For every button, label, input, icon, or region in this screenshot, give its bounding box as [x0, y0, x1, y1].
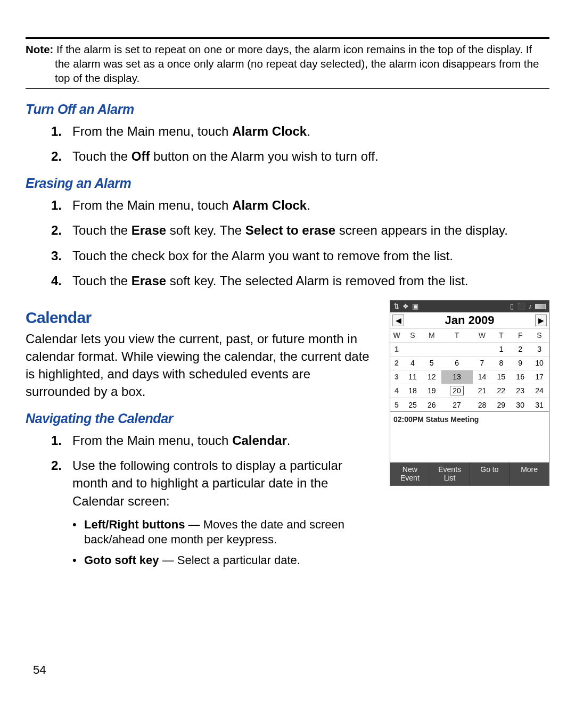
event-text: 02:00PM Status Meeting [390, 411, 549, 462]
signal-icon: ⇅ [393, 302, 399, 310]
calendar-day[interactable]: 25 [403, 398, 422, 411]
calendar-day[interactable]: 31 [530, 398, 549, 411]
note-label: Note: [26, 43, 53, 55]
softkey-events-list[interactable]: EventsList [430, 462, 470, 485]
calendar-day [403, 342, 422, 356]
calendar-day[interactable]: 26 [422, 398, 441, 411]
calendar-day[interactable]: 29 [491, 398, 511, 411]
day-header: W [473, 328, 492, 342]
day-header: T [491, 328, 511, 342]
step: Use the following controls to display a … [26, 457, 375, 509]
day-header: T [441, 328, 473, 342]
step: Touch the Erase soft key. The selected A… [26, 272, 549, 289]
day-header: M [422, 328, 441, 342]
status-icon: ❖ [402, 302, 409, 310]
calendar-day[interactable]: 16 [511, 370, 530, 384]
calendar-day[interactable]: 30 [511, 398, 530, 411]
status-icon: ▯ [510, 302, 514, 310]
status-icon: ▣ [412, 302, 418, 310]
calendar-day[interactable]: 24 [530, 384, 549, 398]
calendar-day[interactable]: 19 [422, 384, 441, 398]
turn-off-steps: From the Main menu, touch Alarm Clock. T… [26, 122, 549, 165]
calendar-day[interactable]: 14 [473, 370, 492, 384]
calendar-day[interactable]: 9 [511, 356, 530, 370]
navigating-steps: From the Main menu, touch Calendar. Use … [26, 432, 375, 509]
next-month-button[interactable]: ▶ [535, 315, 547, 326]
calendar-day[interactable]: 12 [422, 370, 441, 384]
day-header: S [530, 328, 549, 342]
calendar-day[interactable]: 15 [491, 370, 511, 384]
calendar-day [422, 342, 441, 356]
battery-icon [535, 304, 546, 309]
sound-icon: ♪ [529, 302, 532, 310]
week-number: 2 [390, 356, 403, 370]
step: Touch the check box for the Alarm you wa… [26, 247, 549, 264]
calendar-day[interactable]: 27 [441, 398, 473, 411]
day-header: S [403, 328, 422, 342]
step: From the Main menu, touch Alarm Clock. [26, 122, 549, 140]
prev-month-button[interactable]: ◀ [392, 315, 404, 326]
week-number: 4 [390, 384, 403, 398]
note-block: Note: If the alarm is set to repeat on o… [26, 42, 549, 85]
calendar-grid: WSMTWTFS 1123245678910311121314151617418… [390, 328, 549, 412]
bullet: • Left/Right buttons — Moves the date an… [26, 517, 375, 548]
calendar-day[interactable]: 7 [473, 356, 492, 370]
erasing-steps: From the Main menu, touch Alarm Clock. T… [26, 196, 549, 289]
heading-calendar: Calendar [26, 309, 375, 327]
calendar-day[interactable]: 10 [530, 356, 549, 370]
day-header: F [511, 328, 530, 342]
calendar-day[interactable]: 8 [491, 356, 511, 370]
navigating-bullets: • Left/Right buttons — Moves the date an… [26, 517, 375, 568]
step: From the Main menu, touch Calendar. [26, 432, 375, 449]
softkey-new-event[interactable]: NewEvent [390, 462, 430, 485]
calendar-day [441, 342, 473, 356]
page-number: 54 [33, 663, 46, 677]
calendar-day[interactable]: 22 [491, 384, 511, 398]
week-number: 1 [390, 342, 403, 356]
calendar-screenshot: ⇅ ❖ ▣ ▯ ⬛ ♪ ◀ Jan 2009 ▶ WSMTWTFS 112324… [390, 300, 549, 486]
calendar-day[interactable]: 1 [491, 342, 511, 356]
heading-navigating-calendar: Navigating the Calendar [26, 411, 375, 426]
calendar-day[interactable]: 20 [441, 384, 473, 398]
calendar-day[interactable]: 6 [441, 356, 473, 370]
heading-erasing-alarm: Erasing an Alarm [26, 176, 549, 191]
step: From the Main menu, touch Alarm Clock. [26, 196, 549, 214]
calendar-intro: Calendar lets you view the current, past… [26, 330, 375, 400]
softkey-go-to[interactable]: Go to [470, 462, 510, 485]
calendar-day[interactable]: 28 [473, 398, 492, 411]
calendar-day[interactable]: 13 [441, 370, 473, 384]
step: Touch the Erase soft key. The Select to … [26, 221, 549, 239]
week-number: 5 [390, 398, 403, 411]
calendar-day[interactable]: 3 [530, 342, 549, 356]
bullet-icon: • [72, 553, 77, 568]
calendar-day[interactable]: 23 [511, 384, 530, 398]
step: Touch the Off button on the Alarm you wi… [26, 147, 549, 165]
calendar-day[interactable]: 4 [403, 356, 422, 370]
calendar-day[interactable]: 21 [473, 384, 492, 398]
bullet: • Goto soft key — Select a particular da… [26, 553, 375, 568]
calendar-day[interactable]: 18 [403, 384, 422, 398]
calendar-day[interactable]: 17 [530, 370, 549, 384]
note-text: If the alarm is set to repeat on one or … [53, 43, 539, 84]
status-bar: ⇅ ❖ ▣ ▯ ⬛ ♪ [390, 301, 549, 312]
week-number: 3 [390, 370, 403, 384]
calendar-day[interactable]: 2 [511, 342, 530, 356]
heading-turn-off-alarm: Turn Off an Alarm [26, 102, 549, 117]
softkey-more[interactable]: More [510, 462, 549, 485]
day-header: W [390, 328, 403, 342]
status-icon: ⬛ [517, 302, 525, 310]
calendar-day [473, 342, 492, 356]
calendar-day[interactable]: 5 [422, 356, 441, 370]
month-title: Jan 2009 [445, 313, 495, 327]
calendar-day[interactable]: 11 [403, 370, 422, 384]
bullet-icon: • [72, 517, 77, 533]
